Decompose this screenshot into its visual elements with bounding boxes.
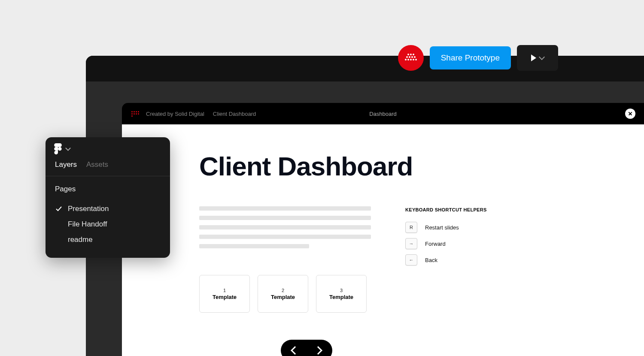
shortcut-row: R Restart slides — [405, 222, 487, 233]
file-name-text: Client Dashboard — [213, 111, 256, 117]
page-item-presentation[interactable]: Presentation — [55, 201, 161, 217]
nav-next-icon[interactable] — [314, 346, 322, 355]
page-label: File Handoff — [68, 220, 107, 229]
present-button[interactable] — [517, 45, 558, 71]
template-number: 3 — [340, 288, 343, 293]
page-title: Client Dashboard — [199, 151, 644, 181]
templates-row: 1 Template 2 Template 3 Template — [199, 275, 371, 313]
play-icon — [531, 54, 536, 61]
page-item-readme[interactable]: readme — [55, 232, 161, 247]
template-number: 2 — [282, 288, 284, 293]
tab-layers[interactable]: Layers — [55, 160, 77, 169]
template-label: Template — [329, 294, 353, 300]
app-titlebar — [86, 56, 644, 81]
shortcuts-heading: KEYBOARD SHORTCUT HELPERS — [405, 207, 487, 212]
shortcut-row: ← Back — [405, 254, 487, 265]
shortcut-label: Back — [425, 257, 437, 263]
svg-point-0 — [58, 147, 62, 151]
figma-menu-button[interactable] — [46, 137, 170, 160]
template-number: 1 — [223, 288, 226, 293]
template-card[interactable]: 1 Template — [199, 275, 250, 313]
brand-dots-icon — [131, 111, 140, 117]
figma-logo-icon — [54, 143, 62, 154]
figma-layers-panel: Layers Assets Pages Presentation File Ha… — [46, 137, 170, 258]
template-card[interactable]: 3 Template — [316, 275, 367, 313]
share-prototype-button[interactable]: Share Prototype — [430, 46, 511, 69]
shortcut-row: → Forward — [405, 238, 487, 249]
check-icon — [55, 205, 63, 213]
nav-prev-icon[interactable] — [291, 346, 299, 355]
keyboard-key: ← — [405, 254, 417, 265]
tab-assets[interactable]: Assets — [86, 160, 108, 169]
chevron-down-icon — [65, 145, 71, 151]
close-icon[interactable] — [625, 109, 635, 119]
keyboard-key: R — [405, 222, 417, 233]
page-label: Presentation — [68, 205, 109, 213]
top-controls: Share Prototype — [398, 45, 558, 71]
preview-window: Created by Solid Digital Client Dashboar… — [122, 103, 644, 356]
content-area: Client Dashboard 1 Template — [122, 124, 644, 356]
brand-dots-icon — [405, 54, 417, 62]
keyboard-key: → — [405, 238, 417, 249]
page-item-file-handoff[interactable]: File Handoff — [55, 217, 161, 232]
brand-avatar[interactable] — [398, 45, 424, 71]
template-card[interactable]: 2 Template — [258, 275, 308, 313]
nav-pill — [281, 340, 332, 356]
template-label: Template — [271, 294, 295, 300]
template-label: Template — [213, 294, 237, 300]
shortcut-label: Restart slides — [425, 224, 459, 231]
figma-pages-list: Pages Presentation File Handoff readme — [46, 176, 170, 258]
figma-tabs: Layers Assets — [46, 160, 170, 176]
preview-center-title: Dashboard — [369, 111, 397, 117]
pages-heading: Pages — [55, 185, 161, 193]
placeholder-text-block — [199, 206, 371, 248]
page-label: readme — [68, 235, 93, 244]
shortcut-label: Forward — [425, 241, 446, 247]
created-by-text: Created by Solid Digital — [146, 111, 204, 117]
chevron-down-icon — [539, 54, 545, 60]
preview-header: Created by Solid Digital Client Dashboar… — [122, 103, 644, 124]
shortcuts-panel: KEYBOARD SHORTCUT HELPERS R Restart slid… — [405, 206, 487, 313]
